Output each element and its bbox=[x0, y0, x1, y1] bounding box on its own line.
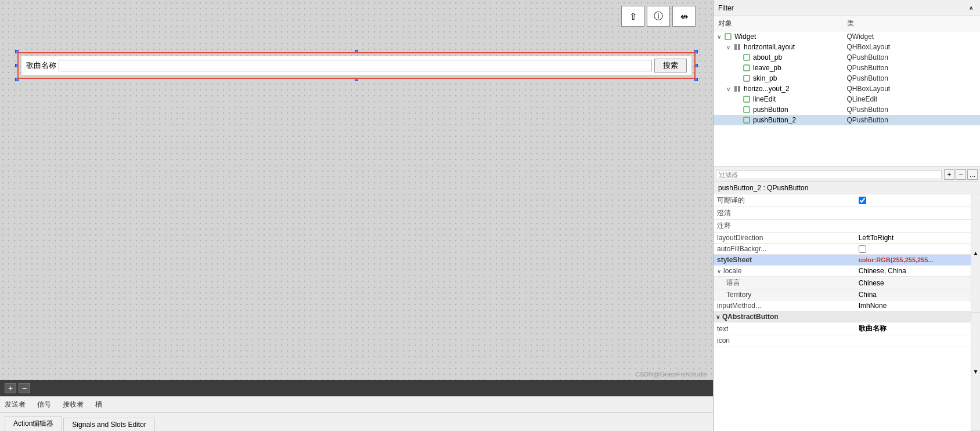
props-content[interactable]: 可翻译的澄清注释layoutDirectionLeftToRightautoFi… bbox=[714, 194, 971, 431]
prop-name-cell: autoFillBackgr... bbox=[714, 244, 855, 255]
search-input[interactable] bbox=[59, 60, 652, 71]
export-button[interactable]: ↮ bbox=[672, 6, 696, 27]
prop-name-cell: inputMethod... bbox=[714, 300, 855, 312]
tree-item[interactable]: pushButtonQPushButton bbox=[714, 104, 980, 115]
tree-item[interactable]: pushButton_2QPushButton bbox=[714, 115, 980, 125]
tree-col-object: 对象 bbox=[718, 19, 847, 28]
prop-name-cell: 注释 bbox=[714, 220, 855, 233]
tree-item[interactable]: ∨horizo...yout_2QHBoxLayout bbox=[714, 84, 980, 94]
prop-name-cell: 澄清 bbox=[714, 207, 855, 220]
svg-rect-4 bbox=[744, 65, 750, 71]
prop-value-cell[interactable] bbox=[855, 244, 971, 255]
slot-col: 槽 bbox=[95, 400, 102, 410]
tree-item-name: ∨Widget bbox=[716, 32, 847, 41]
tree-item-class: QWidget bbox=[847, 32, 978, 41]
tree-item-class: QLineEdit bbox=[847, 95, 978, 103]
svg-rect-6 bbox=[734, 86, 737, 92]
tree-item[interactable]: lineEditQLineEdit bbox=[714, 94, 980, 104]
prop-value-cell[interactable] bbox=[855, 220, 971, 233]
prop-row: TerritoryChina bbox=[714, 289, 971, 300]
signal-col: 信号 bbox=[37, 400, 51, 410]
info-button[interactable]: ⓘ bbox=[647, 6, 670, 27]
filter-remove-btn[interactable]: − bbox=[956, 169, 966, 180]
section-header-label: QAbstractButton bbox=[722, 313, 779, 321]
section-expand-arrow[interactable]: ∨ bbox=[717, 268, 721, 274]
prop-row: icon bbox=[714, 335, 971, 346]
tree-item[interactable]: leave_pbQPushButton bbox=[714, 63, 980, 73]
filter-input-row: + − ... bbox=[714, 167, 980, 182]
widget-icon bbox=[743, 64, 751, 72]
layout-icon bbox=[733, 43, 741, 51]
raise-widget-button[interactable]: ⇧ bbox=[621, 6, 644, 27]
tree-container: ∨WidgetQWidget∨horizontalLayoutQHBoxLayo… bbox=[714, 31, 980, 125]
tree-item[interactable]: ∨WidgetQWidget bbox=[714, 31, 980, 42]
prop-row: layoutDirectionLeftToRight bbox=[714, 233, 971, 244]
tree-item-class: QPushButton bbox=[847, 106, 978, 114]
filter-input[interactable] bbox=[716, 170, 942, 179]
prop-value-cell[interactable]: LeftToRight bbox=[855, 233, 971, 244]
svg-rect-10 bbox=[744, 117, 750, 123]
prop-value-cell[interactable] bbox=[855, 207, 971, 220]
prop-checkbox[interactable] bbox=[859, 245, 866, 253]
tree-expand-arrow[interactable]: ∨ bbox=[717, 34, 723, 40]
prop-checkbox[interactable] bbox=[859, 197, 866, 204]
prop-row: ∨localeChinese, China bbox=[714, 266, 971, 277]
prop-name-cell: text bbox=[714, 323, 855, 335]
tree-item[interactable]: about_pbQPushButton bbox=[714, 52, 980, 63]
tree-item-name: ∨horizo...yout_2 bbox=[716, 85, 847, 93]
prop-value-cell[interactable]: 歌曲名称 bbox=[855, 323, 971, 335]
prop-name-cell: 语言 bbox=[714, 277, 855, 289]
prop-value-cell[interactable]: China bbox=[855, 289, 971, 300]
add-action-button[interactable]: + bbox=[5, 383, 16, 393]
filter-action-btns: + − ... bbox=[944, 169, 978, 180]
search-label: 歌曲名称 bbox=[26, 60, 56, 71]
svg-rect-0 bbox=[725, 34, 731, 39]
tree-item-name: lineEdit bbox=[716, 95, 847, 103]
tree-item[interactable]: skin_pbQPushButton bbox=[714, 73, 980, 84]
tree-item-name: ∨horizontalLayout bbox=[716, 43, 847, 51]
prop-name-cell: ∨locale bbox=[714, 266, 855, 277]
watermark: CSDN@GrassFishStudio bbox=[635, 371, 707, 378]
tab-signals-slots[interactable]: Signals and Slots Editor bbox=[63, 418, 154, 431]
prop-row: styleSheetcolor:RGB(255,255,255... bbox=[714, 255, 971, 266]
tree-item-class: QPushButton bbox=[847, 53, 978, 61]
prop-value-cell[interactable]: color:RGB(255,255,255... bbox=[855, 255, 971, 266]
prop-row: text歌曲名称 bbox=[714, 323, 971, 335]
right-panel-inner: 可翻译的澄清注释layoutDirectionLeftToRightautoFi… bbox=[714, 194, 980, 431]
prop-value-cell[interactable]: ImhNone bbox=[855, 300, 971, 312]
section-expand-arrow[interactable]: ∨ bbox=[716, 314, 720, 320]
tree-item-name-text: pushButton_2 bbox=[753, 116, 796, 124]
right-scroll: ▲ ▼ bbox=[971, 194, 980, 431]
scroll-up-btn[interactable]: ▲ bbox=[971, 194, 980, 313]
tree-col-class: 类 bbox=[847, 19, 976, 28]
filter-collapse-btn[interactable]: ∧ bbox=[966, 3, 975, 13]
widget-icon bbox=[743, 95, 751, 103]
prop-name-cell: icon bbox=[714, 335, 855, 346]
tree-item-name-text: pushButton bbox=[753, 106, 788, 114]
widget-icon bbox=[743, 53, 751, 61]
prop-value-cell[interactable]: Chinese bbox=[855, 277, 971, 289]
filter-expand-btn[interactable]: ... bbox=[967, 169, 978, 180]
object-tree: 对象 类 ∨WidgetQWidget∨horizontalLayoutQHBo… bbox=[714, 16, 980, 167]
canvas-toolbar: ⇧ ⓘ ↮ bbox=[621, 6, 696, 27]
prop-value-cell[interactable] bbox=[855, 335, 971, 346]
widget-icon bbox=[724, 32, 732, 41]
tab-action-editor[interactable]: Action编辑器 bbox=[5, 416, 62, 431]
widget-icon bbox=[743, 74, 751, 82]
prop-value-cell[interactable] bbox=[855, 194, 971, 207]
right-panel: Filter ∧ 对象 类 ∨WidgetQWidget∨horizontalL… bbox=[713, 0, 980, 431]
filter-add-btn[interactable]: + bbox=[944, 169, 954, 180]
search-button[interactable]: 搜索 bbox=[654, 59, 687, 73]
designer-canvas[interactable]: ⇧ ⓘ ↮ 歌曲名称 搜索 bbox=[0, 0, 713, 380]
bottom-toolbar: + − bbox=[0, 380, 713, 396]
prop-value-colored: color:RGB(255,255,255... bbox=[859, 256, 934, 263]
prop-name: locale bbox=[723, 267, 741, 275]
scroll-down-btn[interactable]: ▼ bbox=[971, 313, 980, 431]
tree-expand-arrow[interactable]: ∨ bbox=[726, 86, 732, 92]
tree-item[interactable]: ∨horizontalLayoutQHBoxLayout bbox=[714, 42, 980, 52]
filter-header: Filter ∧ bbox=[714, 0, 980, 16]
prop-name-cell: layoutDirection bbox=[714, 233, 855, 244]
tree-expand-arrow[interactable]: ∨ bbox=[726, 44, 732, 50]
remove-action-button[interactable]: − bbox=[19, 383, 30, 393]
object-label: pushButton_2 : QPushButton bbox=[714, 182, 980, 194]
